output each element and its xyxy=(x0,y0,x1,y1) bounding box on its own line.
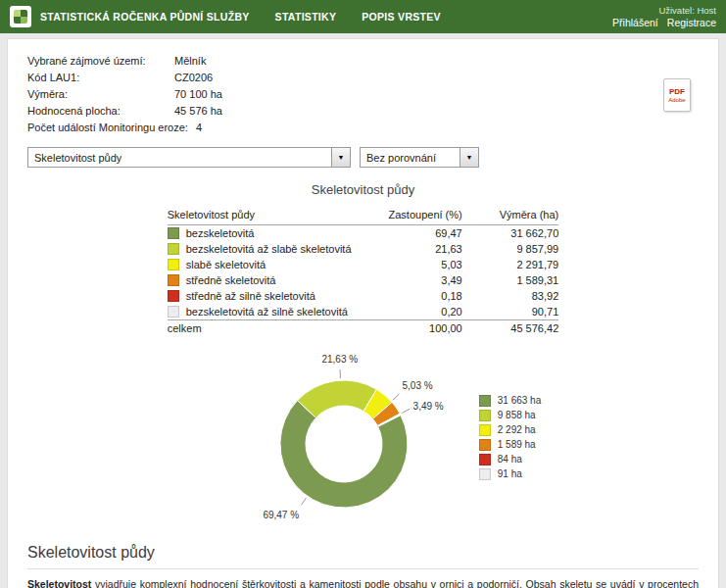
column-header-area: Výměra (ha) xyxy=(462,207,559,225)
table-row: bezskeletovitá 69,47 31 662,70 xyxy=(168,225,559,242)
svg-text:3,49 %: 3,49 % xyxy=(412,401,443,412)
svg-text:5,03 %: 5,03 % xyxy=(402,380,432,391)
legend-item: 31 663 ha xyxy=(479,395,542,407)
legend-item: 84 ha xyxy=(479,454,542,466)
territory-info: Vybrané zájmové území: Mělník Kód LAU1: … xyxy=(27,53,699,136)
pdf-icon-label: PDF xyxy=(669,87,685,96)
info-value: 4 xyxy=(196,120,202,136)
donut-chart-area: 69,47 %21,63 %5,03 %3,49 % 31 663 ha 9 8… xyxy=(27,340,699,534)
pct-value: 21,63 xyxy=(352,241,462,257)
legend-swatch xyxy=(479,424,491,436)
compare-select[interactable]: Bez porovnání ▼ xyxy=(360,147,479,168)
layer-select[interactable]: Skeletovitost půdy ▼ xyxy=(27,147,351,168)
total-label: celkem xyxy=(168,320,352,337)
app-title: STATISTICKÁ ROČENKA PŮDNÍ SLUŽBY xyxy=(40,11,250,23)
legend-swatch xyxy=(479,454,491,466)
info-row: Hodnocená plocha: 45 576 ha xyxy=(27,103,699,120)
legend-swatch xyxy=(479,410,491,421)
section-description: Skeletovitost vyjadřuje komplexní hodnoc… xyxy=(27,577,699,588)
info-value: 70 100 ha xyxy=(174,86,222,103)
menu-item-popis-vrstev[interactable]: POPIS VRSTEV xyxy=(362,0,441,33)
category-swatch xyxy=(168,274,179,286)
legend-swatch xyxy=(479,439,491,451)
content-panel: Vybrané zájmové území: Mělník Kód LAU1: … xyxy=(7,38,719,588)
area-value: 31 662,70 xyxy=(462,225,559,242)
compare-select-value: Bez porovnání xyxy=(361,152,436,164)
login-link[interactable]: Přihlášení xyxy=(612,17,658,29)
category-swatch xyxy=(168,306,179,318)
statistics-table: Skeletovitost půdy Zastoupení (%) Výměra… xyxy=(168,207,559,336)
chart-title: Skeletovitost půdy xyxy=(27,182,699,197)
category-label: bezskeletovitá xyxy=(186,227,255,239)
info-row: Kód LAU1: CZ0206 xyxy=(27,70,699,86)
chevron-down-icon: ▼ xyxy=(460,148,478,167)
info-value: Mělník xyxy=(174,53,206,70)
donut-chart: 69,47 %21,63 %5,03 %3,49 % xyxy=(185,340,499,534)
info-label: Vybrané zájmové území: xyxy=(27,53,174,70)
category-label: středně až silně skeletovitá xyxy=(186,290,315,302)
chevron-down-icon: ▼ xyxy=(331,148,350,167)
legend-label: 31 663 ha xyxy=(498,395,542,406)
info-row: Vybrané zájmové území: Mělník xyxy=(27,53,699,70)
description-lead: Skeletovitost xyxy=(27,578,91,588)
menu-item-statistiky[interactable]: STATISTIKY xyxy=(275,0,337,33)
pct-value: 0,18 xyxy=(352,288,462,304)
area-value: 2 291,79 xyxy=(462,257,559,272)
category-label: bezskeletovitá až silně skeletovitá xyxy=(186,306,348,318)
table-total-row: celkem 100,00 45 576,42 xyxy=(168,320,559,337)
app-logo[interactable] xyxy=(10,6,31,27)
category-swatch xyxy=(168,259,179,270)
info-row: Počet událostí Monitoringu eroze: 4 xyxy=(27,120,699,136)
legend-label: 9 858 ha xyxy=(498,410,536,420)
svg-text:21,63 %: 21,63 % xyxy=(321,354,358,365)
pct-value: 5,03 xyxy=(352,257,462,272)
category-label: středně skeletovitá xyxy=(186,274,276,286)
main-menu: STATISTIKY POPIS VRSTEV xyxy=(275,0,441,33)
column-header-category: Skeletovitost půdy xyxy=(168,207,352,225)
filter-bar: Skeletovitost půdy ▼ Bez porovnání ▼ xyxy=(27,147,699,168)
info-value: 45 576 ha xyxy=(174,103,222,120)
total-area: 45 576,42 xyxy=(462,320,559,337)
table-header-row: Skeletovitost půdy Zastoupení (%) Výměra… xyxy=(168,207,559,225)
category-swatch xyxy=(168,243,179,255)
layer-select-value: Skeletovitost půdy xyxy=(28,152,121,164)
area-value: 9 857,99 xyxy=(462,241,559,257)
table-row: slabě skeletovitá 5,03 2 291,79 xyxy=(168,257,559,272)
pct-value: 69,47 xyxy=(352,225,462,242)
user-area: Uživatel: Host Přihlášení Registrace xyxy=(612,4,716,29)
legend-item: 1 589 ha xyxy=(479,439,542,451)
legend-label: 84 ha xyxy=(498,454,522,465)
column-header-pct: Zastoupení (%) xyxy=(352,207,462,225)
legend-item: 9 858 ha xyxy=(479,410,542,421)
pct-value: 3,49 xyxy=(352,272,462,288)
area-value: 83,92 xyxy=(462,288,559,304)
chart-legend: 31 663 ha 9 858 ha 2 292 ha 1 589 ha 84 … xyxy=(479,395,542,480)
area-value: 90,71 xyxy=(462,304,559,320)
legend-item: 91 ha xyxy=(479,468,542,480)
category-swatch xyxy=(168,227,179,239)
svg-text:69,47 %: 69,47 % xyxy=(263,510,299,520)
description-text: vyjadřuje komplexní hodnocení štěrkovito… xyxy=(27,578,699,588)
legend-swatch xyxy=(479,468,491,480)
info-value: CZ0206 xyxy=(174,70,213,86)
info-label: Počet událostí Monitoringu eroze: xyxy=(27,120,196,136)
pdf-export-icon[interactable]: PDF Adobe xyxy=(663,78,691,112)
pct-value: 0,20 xyxy=(352,304,462,320)
adobe-icon-caption: Adobe xyxy=(668,96,685,104)
legend-swatch xyxy=(479,395,491,407)
table-row: bezskeletovitá až silně skeletovitá 0,20… xyxy=(168,304,559,320)
category-label: slabě skeletovitá xyxy=(186,259,266,270)
legend-label: 2 292 ha xyxy=(498,424,536,435)
table-row: středně až silně skeletovitá 0,18 83,92 xyxy=(168,288,559,304)
category-label: bezskeletovitá až slabě skeletovitá xyxy=(186,243,352,255)
category-swatch xyxy=(168,290,179,302)
info-label: Kód LAU1: xyxy=(27,70,174,86)
table-row: středně skeletovitá 3,49 1 589,31 xyxy=(168,272,559,288)
section-heading: Skeletovitost půdy xyxy=(27,544,699,569)
top-navbar: STATISTICKÁ ROČENKA PŮDNÍ SLUŽBY STATIST… xyxy=(0,0,726,33)
info-row: Výměra: 70 100 ha xyxy=(27,86,699,103)
register-link[interactable]: Registrace xyxy=(667,17,716,29)
total-pct: 100,00 xyxy=(352,320,462,337)
user-label: Uživatel: Host xyxy=(658,4,716,17)
table-row: bezskeletovitá až slabě skeletovitá 21,6… xyxy=(168,241,559,257)
